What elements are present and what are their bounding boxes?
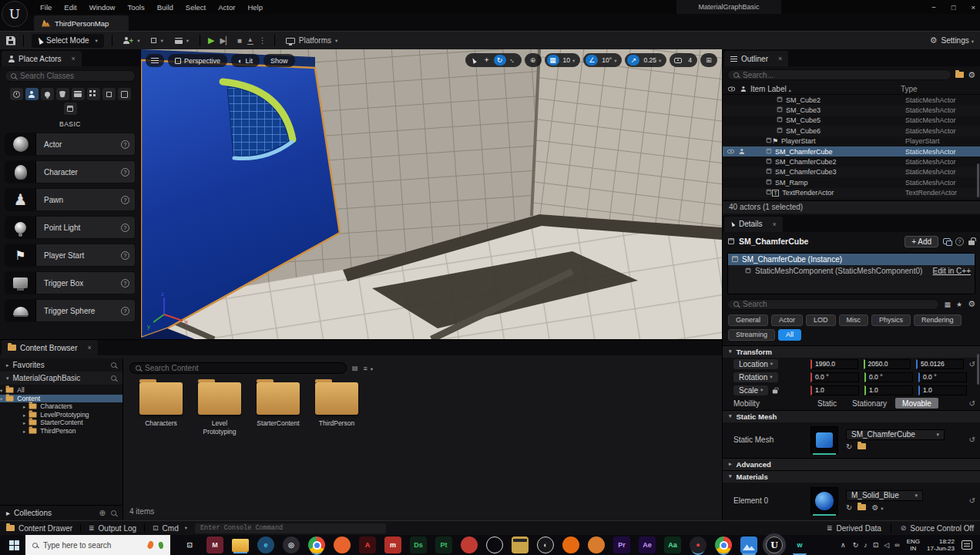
filter-chip[interactable]: All [778, 329, 801, 341]
taskbar-app-icon[interactable]: m [384, 536, 401, 553]
rotation-y-field[interactable]: 0.0 ° [864, 372, 913, 382]
taskbar-app-icon[interactable] [588, 536, 605, 553]
tree-caret-icon[interactable] [23, 427, 25, 435]
location-z-field[interactable]: 50.0126 [916, 359, 964, 369]
blueprints-dropdown[interactable] [148, 34, 166, 48]
tray-icon[interactable]: ↻ [853, 541, 859, 549]
taskbar-app-icon[interactable]: U [766, 536, 783, 553]
taskbar-app-icon[interactable]: M [206, 536, 223, 553]
asset-folder[interactable]: ThirdPerson [313, 382, 361, 436]
type-column[interactable]: Type [901, 85, 975, 93]
taskbar-app-icon[interactable]: ◐ [537, 536, 554, 553]
scale-y-field[interactable]: 1.0 [864, 385, 913, 395]
menu-item[interactable]: Select [180, 3, 212, 12]
visibility-column-icon[interactable] [728, 86, 735, 91]
settings-dropdown[interactable]: Settings [941, 36, 974, 45]
use-selected-icon[interactable]: ↻ [846, 442, 852, 451]
category-button[interactable] [118, 88, 131, 100]
mobility-option-button[interactable]: Static [811, 398, 844, 409]
world-space-button[interactable]: ⊕ [527, 55, 539, 66]
category-button[interactable] [25, 88, 39, 100]
edit-in-cpp-link[interactable]: Edit in C++ [933, 267, 971, 275]
category-button[interactable] [87, 88, 100, 100]
search-icon[interactable] [111, 362, 116, 368]
save-icon[interactable] [6, 36, 15, 45]
start-button[interactable] [9, 540, 19, 550]
select-tool-button[interactable] [468, 55, 480, 66]
filter-chip[interactable]: Physics [871, 314, 911, 326]
table-row[interactable]: SM_Ramp StaticMeshActor [723, 177, 980, 187]
filter-chip[interactable]: General [728, 314, 768, 326]
blueprint-convert-icon[interactable] [943, 238, 951, 244]
menu-item[interactable]: Window [83, 3, 122, 12]
tray-icon[interactable]: ∞ [894, 541, 899, 549]
list-item[interactable]: Character [5, 160, 136, 183]
table-row[interactable]: SM_ChamferCube3 StaticMeshActor [723, 167, 980, 177]
grid-snap-value[interactable]: 10 [560, 56, 579, 64]
tree-item[interactable]: Content [0, 395, 123, 403]
scale-snap-toggle[interactable]: ↗ [627, 55, 639, 66]
new-folder-icon[interactable] [955, 72, 964, 78]
taskbar-app-icon[interactable]: ⊡ [181, 536, 198, 553]
scale-dropdown[interactable]: Scale [733, 385, 768, 395]
tab-details[interactable]: Details × [724, 217, 783, 232]
rotation-snap-value[interactable]: 10° [599, 56, 619, 64]
tree-caret-icon[interactable] [23, 402, 25, 410]
close-icon[interactable]: × [773, 220, 777, 228]
menu-item[interactable]: Build [151, 3, 180, 12]
add-actor-dropdown[interactable]: + [120, 34, 143, 48]
scale-tool-button[interactable]: ↔ [507, 55, 519, 66]
taskbar-app-icon[interactable] [562, 536, 579, 553]
clock[interactable]: 18:22 17-Jun-23 [927, 538, 955, 552]
frame-skip-button[interactable]: ▶▏ [220, 36, 231, 45]
rotation-x-field[interactable]: 0.0 ° [811, 372, 859, 382]
help-icon[interactable] [955, 237, 964, 246]
browse-to-asset-icon[interactable] [858, 504, 866, 510]
browse-to-asset-icon[interactable] [858, 443, 866, 449]
content-drawer-button[interactable]: Content Drawer [6, 524, 72, 533]
list-item[interactable]: Pawn [5, 188, 136, 211]
help-icon[interactable] [121, 251, 129, 260]
component-row-staticmesh[interactable]: StaticMeshComponent (StaticMeshComponent… [728, 265, 975, 277]
tray-icon[interactable]: ◁ [884, 541, 889, 549]
taskbar-app-icon[interactable] [334, 536, 351, 553]
windows-search-input[interactable]: Type here to search [25, 535, 170, 555]
category-button[interactable] [56, 88, 69, 100]
item-label-column[interactable]: Item Label [750, 85, 897, 93]
outliner-settings-icon[interactable]: ⚙ [968, 70, 975, 80]
scale-x-field[interactable]: 1.0 [811, 385, 859, 395]
play-button[interactable]: ▶ [208, 35, 214, 45]
scale-lock-icon[interactable] [773, 390, 777, 394]
maximize-button[interactable]: □ [951, 3, 956, 12]
section-transform[interactable]: ▾Transform [723, 345, 980, 358]
help-icon[interactable] [121, 140, 129, 149]
material-asset-dropdown[interactable]: M_Solid_Blue▾ [846, 490, 923, 501]
list-item[interactable]: Player Start [5, 244, 136, 267]
favorites-star-icon[interactable]: ★ [956, 301, 962, 308]
tab-outliner[interactable]: Outliner × [724, 51, 788, 66]
collections-section[interactable]: ▸Collections ⊕ [0, 505, 123, 520]
menu-item[interactable]: Edit [58, 3, 82, 12]
filter-icon[interactable]: ≡ [364, 365, 374, 372]
reset-icon[interactable]: ↺ [969, 399, 975, 408]
taskbar-app-icon[interactable]: e [257, 536, 274, 553]
tab-thirdpersonmap[interactable]: ThirdPersonMap [34, 15, 129, 31]
unreal-logo[interactable]: U [2, 1, 28, 27]
search-icon[interactable] [111, 375, 116, 381]
filter-chip[interactable]: Actor [771, 314, 803, 326]
platforms-dropdown[interactable]: Platforms [283, 34, 341, 48]
help-icon[interactable] [121, 279, 129, 288]
taskbar-app-icon[interactable] [512, 536, 529, 553]
search-content-input[interactable]: Search Content [129, 362, 347, 374]
table-row[interactable]: SM_Cube5 StaticMeshActor [723, 116, 980, 126]
category-button[interactable] [72, 88, 85, 100]
table-row[interactable]: TextRenderActor TextRenderActor [723, 188, 980, 198]
menu-item[interactable]: Actor [212, 3, 241, 12]
filter-chip[interactable]: Misc [839, 314, 869, 326]
taskbar-app-icon[interactable]: Aa [664, 536, 681, 553]
mobility-option-button[interactable]: Movable [895, 398, 938, 409]
derived-data-button[interactable]: ≣Derived Data [827, 524, 881, 533]
tree-caret-icon[interactable] [0, 386, 2, 394]
table-row[interactable]: SM_Cube2 StaticMeshActor [723, 95, 980, 105]
lit-dropdown[interactable]: ◐ Lit [231, 54, 260, 67]
